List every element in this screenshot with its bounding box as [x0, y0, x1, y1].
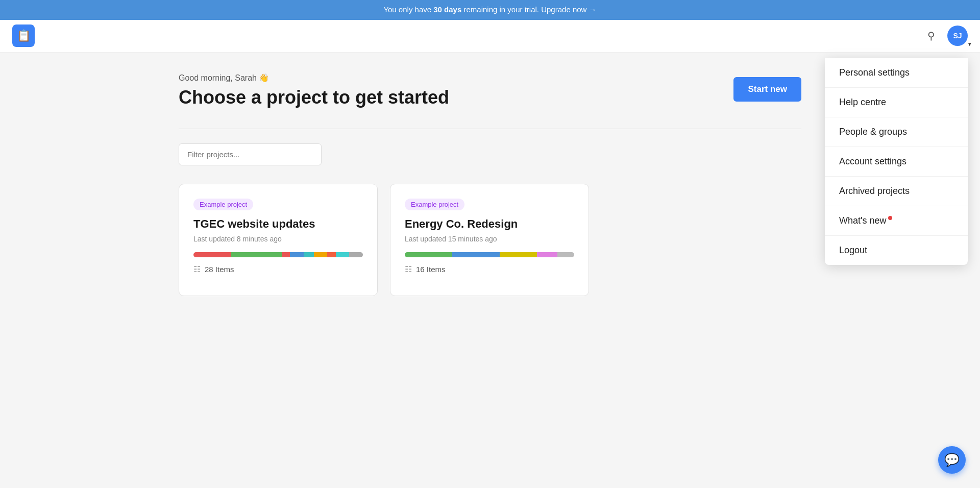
- greeting-block: Good morning, Sarah 👋 Choose a project t…: [179, 73, 449, 125]
- items-count: 28 Items: [205, 265, 234, 274]
- banner-text-before: You only have: [383, 5, 433, 14]
- progress-segment: [231, 252, 282, 257]
- dropdown-item-help-centre[interactable]: Help centre: [825, 88, 968, 117]
- dropdown-item-account-settings[interactable]: Account settings: [825, 147, 968, 177]
- app-logo[interactable]: 📋: [12, 25, 35, 47]
- progress-segment: [405, 252, 452, 257]
- dropdown-item-personal-settings[interactable]: Personal settings: [825, 58, 968, 88]
- progress-segment: [452, 252, 486, 257]
- header-right: ⚲ SJ ▾ Personal settingsHelp centrePeopl…: [923, 26, 968, 46]
- greeting-row: Good morning, Sarah 👋 Choose a project t…: [179, 73, 801, 125]
- progress-segment: [486, 252, 500, 257]
- progress-segment: [290, 252, 304, 257]
- card-items: ☷16 Items: [405, 264, 574, 274]
- card-title: TGEC website updates: [193, 217, 363, 231]
- items-count: 16 Items: [416, 265, 446, 274]
- progress-segment: [304, 252, 314, 257]
- card-items: ☷28 Items: [193, 264, 363, 274]
- dropdown-item-archived-projects[interactable]: Archived projects: [825, 177, 968, 206]
- new-dot: [888, 216, 892, 220]
- main-content: Good morning, Sarah 👋 Choose a project t…: [158, 53, 822, 296]
- dropdown-item-whats-new[interactable]: What's new: [825, 206, 968, 236]
- progress-segment: [500, 252, 523, 257]
- user-dropdown-menu: Personal settingsHelp centrePeople & gro…: [825, 58, 968, 265]
- items-icon: ☷: [193, 264, 201, 274]
- card-updated: Last updated 8 minutes ago: [193, 235, 363, 243]
- header: 📋 ⚲ SJ ▾ Personal settingsHelp centrePeo…: [0, 20, 980, 53]
- progress-segment: [537, 252, 557, 257]
- progress-segment: [193, 252, 231, 257]
- user-avatar-button[interactable]: SJ ▾: [947, 26, 968, 46]
- page-title: Choose a project to get started: [179, 87, 449, 108]
- items-icon: ☷: [405, 264, 412, 274]
- search-icon: ⚲: [927, 30, 935, 41]
- banner-text-after: remaining in your trial. Upgrade now →: [461, 5, 596, 14]
- progress-segment: [349, 252, 363, 257]
- card-updated: Last updated 15 minutes ago: [405, 235, 574, 243]
- project-card-project-1[interactable]: Example projectTGEC website updatesLast …: [179, 184, 378, 296]
- project-card-project-2[interactable]: Example projectEnergy Co. RedesignLast u…: [390, 184, 589, 296]
- progress-bar: [405, 252, 574, 257]
- trial-banner: You only have 30 days remaining in your …: [0, 0, 980, 20]
- progress-segment: [282, 252, 290, 257]
- filter-input[interactable]: [179, 143, 322, 165]
- progress-segment: [327, 252, 336, 257]
- avatar-initials: SJ: [953, 32, 962, 40]
- progress-segment: [336, 252, 350, 257]
- projects-grid: Example projectTGEC website updatesLast …: [179, 184, 801, 296]
- search-button[interactable]: ⚲: [923, 26, 939, 46]
- card-title: Energy Co. Redesign: [405, 217, 574, 231]
- document-icon: 📋: [17, 29, 31, 42]
- progress-segment: [557, 252, 574, 257]
- dropdown-item-people-groups[interactable]: People & groups: [825, 117, 968, 147]
- dropdown-item-logout[interactable]: Logout: [825, 236, 968, 265]
- chevron-down-icon: ▾: [968, 41, 971, 47]
- start-new-button[interactable]: Start new: [733, 77, 801, 102]
- divider: [179, 129, 801, 129]
- banner-bold: 30 days: [433, 5, 461, 14]
- progress-segment: [314, 252, 328, 257]
- example-badge: Example project: [405, 199, 464, 210]
- greeting-text: Good morning, Sarah 👋: [179, 73, 449, 83]
- progress-segment: [523, 252, 537, 257]
- example-badge: Example project: [193, 199, 253, 210]
- progress-bar: [193, 252, 363, 257]
